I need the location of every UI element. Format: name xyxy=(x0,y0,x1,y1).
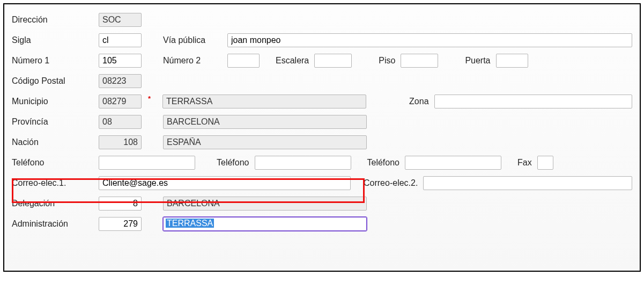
label-escalera: Escalera xyxy=(276,56,309,66)
label-telefono2: Teléfono xyxy=(217,158,249,168)
label-correo1: Correo-elec.1. xyxy=(12,178,93,188)
label-piso: Piso xyxy=(379,56,395,66)
numero1-field[interactable] xyxy=(99,54,142,68)
label-numero1: Número 1 xyxy=(12,56,93,66)
correo2-field[interactable] xyxy=(423,176,632,190)
label-correo2: Correo-elec.2. xyxy=(364,178,418,188)
label-provincia: Províncía xyxy=(12,117,93,127)
municipio-code-field[interactable] xyxy=(99,95,142,108)
nacion-name-field[interactable] xyxy=(163,135,367,149)
label-telefono3: Teléfono xyxy=(367,158,400,168)
label-telefono1: Teléfono xyxy=(12,158,93,168)
label-codigo-postal: Código Postal xyxy=(12,76,93,86)
sigla-field[interactable] xyxy=(99,33,142,47)
via-publica-field[interactable] xyxy=(227,33,632,47)
provincia-code-field[interactable] xyxy=(99,115,142,129)
administracion-name-field[interactable]: TERRASSA xyxy=(163,217,367,231)
puerta-field[interactable] xyxy=(496,54,528,68)
label-zona: Zona xyxy=(409,97,428,106)
label-municipio: Municipio xyxy=(12,97,93,106)
required-star-icon: * xyxy=(148,95,151,103)
label-puerta: Puerta xyxy=(465,56,490,66)
telefono3-field[interactable] xyxy=(405,156,501,170)
municipio-name-field[interactable] xyxy=(162,95,366,108)
address-form: Dirección Sigla Vía pública Número 1 Núm… xyxy=(3,3,641,272)
zona-field[interactable] xyxy=(434,95,632,108)
label-numero2: Número 2 xyxy=(163,56,222,66)
delegacion-code-field[interactable] xyxy=(99,197,142,211)
numero2-field[interactable] xyxy=(227,54,260,68)
telefono2-field[interactable] xyxy=(255,156,351,170)
nacion-code-field[interactable] xyxy=(99,135,142,149)
administracion-name-selection: TERRASSA xyxy=(166,219,214,228)
direccion-field[interactable] xyxy=(99,13,142,27)
fax-field[interactable] xyxy=(537,156,553,170)
label-sigla: Sigla xyxy=(12,35,93,45)
piso-field[interactable] xyxy=(401,54,438,68)
delegacion-name-field[interactable] xyxy=(163,197,367,211)
telefono1-field[interactable] xyxy=(99,156,195,170)
escalera-field[interactable] xyxy=(314,54,352,68)
label-fax: Fax xyxy=(517,158,532,168)
provincia-name-field[interactable] xyxy=(163,115,367,129)
label-administracion: Administración xyxy=(12,219,93,229)
codigo-postal-field[interactable] xyxy=(99,74,142,88)
label-via-publica: Vía pública xyxy=(163,35,222,45)
label-delegacion: Delegación xyxy=(12,199,93,208)
label-direccion: Dirección xyxy=(12,15,93,25)
label-nacion: Nación xyxy=(12,137,93,147)
correo1-field[interactable] xyxy=(99,176,351,190)
administracion-code-field[interactable] xyxy=(99,217,142,231)
